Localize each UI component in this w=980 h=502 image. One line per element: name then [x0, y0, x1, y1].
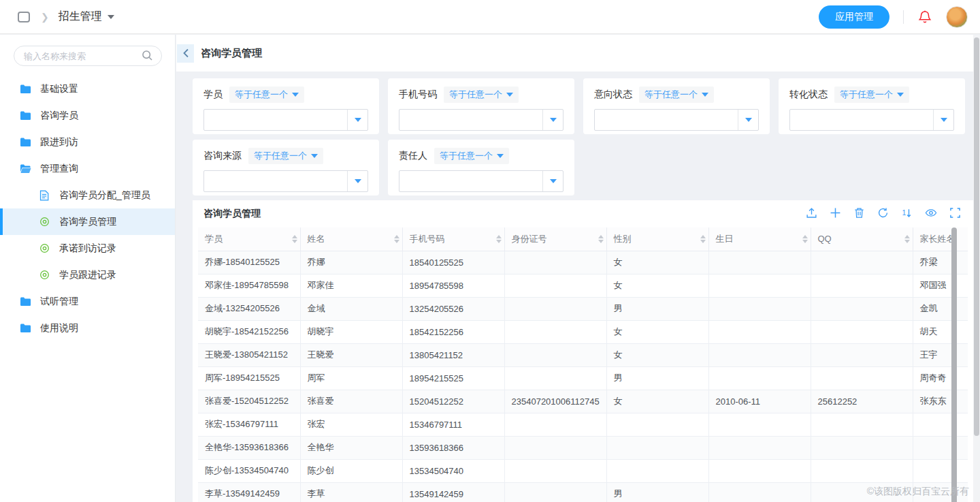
- sort-icon[interactable]: [496, 235, 502, 243]
- table-wrap: 学员姓名手机号码身份证号性别生日QQ家长姓名 乔娜-18540125525乔娜1…: [198, 228, 968, 502]
- notification-bell-icon[interactable]: [917, 10, 932, 25]
- filter-card: 咨询来源 等于任意一个: [193, 140, 379, 195]
- table-cell: 李草-13549142459: [198, 482, 300, 502]
- column-header[interactable]: 性别: [606, 228, 708, 251]
- table-row[interactable]: 全艳华-13593618366全艳华13593618366: [198, 436, 968, 459]
- filter-operator-dropdown[interactable]: 等于任意一个: [444, 87, 519, 103]
- table-cell: [504, 343, 606, 366]
- sort-icon[interactable]: [394, 235, 399, 243]
- column-header[interactable]: 家长姓名: [913, 228, 968, 251]
- table-cell: [811, 366, 913, 390]
- table-cell: 张宏-15346797111: [198, 413, 300, 436]
- column-header[interactable]: 身份证号: [504, 228, 606, 251]
- caret-down-icon: [355, 179, 361, 183]
- workspace-icon[interactable]: [18, 12, 30, 22]
- fullscreen-button[interactable]: [948, 206, 962, 222]
- table-cell: 王晓爱: [300, 343, 402, 366]
- back-button[interactable]: [177, 44, 194, 63]
- sidebar-item[interactable]: 咨询学员管理: [0, 208, 175, 235]
- table-cell: 13549142459: [402, 482, 504, 502]
- filter-value-select[interactable]: [203, 109, 368, 131]
- refresh-button[interactable]: [876, 206, 890, 222]
- add-button[interactable]: [828, 206, 843, 222]
- filter-operator-dropdown[interactable]: 等于任意一个: [834, 87, 909, 103]
- filter-value-select[interactable]: [789, 109, 954, 131]
- filter-card: 学员 等于任意一个: [193, 78, 379, 134]
- table-cell: [811, 343, 913, 366]
- column-header[interactable]: 姓名: [300, 228, 402, 251]
- table-row[interactable]: 金域-13254205526金域13254205526男金凯: [198, 297, 968, 320]
- caret-down-icon: [292, 93, 299, 97]
- table-cell: [708, 366, 811, 390]
- table-cell: [708, 297, 811, 320]
- table-cell: [811, 251, 913, 274]
- sort-button[interactable]: 1: [900, 206, 914, 222]
- sidebar-item[interactable]: 承诺到访记录: [0, 235, 175, 262]
- column-header-label: 身份证号: [512, 233, 547, 245]
- delete-button[interactable]: [852, 206, 866, 222]
- app-menu[interactable]: 招生管理: [59, 10, 114, 24]
- table-cell: [708, 343, 811, 366]
- select-arrow-zone[interactable]: [542, 110, 563, 130]
- sidebar-item[interactable]: 使用说明: [0, 315, 175, 341]
- search-icon[interactable]: [142, 50, 153, 63]
- sidebar-item[interactable]: 咨询学员: [0, 102, 175, 129]
- filter-operator-dropdown[interactable]: 等于任意一个: [229, 87, 304, 103]
- column-header[interactable]: 生日: [708, 228, 811, 251]
- filter-operator-dropdown[interactable]: 等于任意一个: [639, 87, 714, 103]
- table-row[interactable]: 王晓爱-13805421152王晓爱13805421152女王宇: [198, 343, 968, 366]
- table-row[interactable]: 李草-13549142459李草13549142459男: [198, 482, 968, 502]
- view-button[interactable]: [924, 206, 938, 222]
- folder-icon: [19, 137, 31, 147]
- table-cell: 18542152256: [402, 320, 504, 343]
- table-scrollbar[interactable]: [951, 228, 957, 502]
- select-arrow-zone[interactable]: [347, 171, 368, 191]
- filter-value-select[interactable]: [399, 109, 564, 131]
- table-row[interactable]: 乔娜-18540125525乔娜18540125525女乔梁: [198, 251, 968, 274]
- table-cell: [913, 436, 968, 459]
- sort-icon[interactable]: [292, 235, 297, 243]
- sort-icon[interactable]: [700, 235, 706, 243]
- sidebar-item[interactable]: 基础设置: [0, 76, 175, 102]
- filter-operator-dropdown[interactable]: 等于任意一个: [434, 148, 509, 164]
- table-row[interactable]: 张宏-15346797111张宏15346797111: [198, 413, 968, 436]
- table-cell: 乔梁: [913, 251, 968, 274]
- sidebar-item[interactable]: 试听管理: [0, 288, 175, 315]
- select-arrow-zone[interactable]: [738, 110, 758, 130]
- table-cell: [504, 297, 606, 320]
- table-row[interactable]: 邓家佳-18954785598邓家佳18954785598女邓国强: [198, 274, 968, 297]
- select-arrow-zone[interactable]: [933, 110, 953, 130]
- user-avatar[interactable]: [946, 6, 968, 28]
- filter-value-select[interactable]: [203, 170, 368, 192]
- export-button[interactable]: [804, 206, 819, 222]
- sort-icon[interactable]: [904, 235, 910, 243]
- sidebar-item[interactable]: 咨询学员分配_管理员: [0, 182, 175, 208]
- table-row[interactable]: 周军-18954215525周军18954215525男周奇奇: [198, 366, 968, 390]
- sort-icon[interactable]: [598, 235, 604, 243]
- search-input[interactable]: [14, 46, 162, 66]
- filter-card: 转化状态 等于任意一个: [779, 78, 965, 134]
- sidebar-item[interactable]: 管理查询: [0, 155, 175, 182]
- select-arrow-zone[interactable]: [347, 110, 368, 130]
- sidebar-search: [14, 46, 161, 66]
- svg-text:1: 1: [902, 208, 906, 217]
- column-header[interactable]: QQ: [811, 228, 913, 251]
- table-cell: [811, 459, 913, 482]
- column-header[interactable]: 学员: [198, 228, 300, 251]
- filter-value-select[interactable]: [594, 109, 759, 131]
- table-cell: 张喜爱-15204512252: [198, 390, 300, 413]
- table-row[interactable]: 胡晓宇-18542152256胡晓宇18542152256女胡天: [198, 320, 968, 343]
- app-manage-button[interactable]: 应用管理: [819, 5, 889, 29]
- table-cell: 13254205526: [402, 297, 504, 320]
- column-header[interactable]: 手机号码: [402, 228, 504, 251]
- filter-value-select[interactable]: [399, 170, 564, 192]
- sidebar-item[interactable]: 跟进到访: [0, 129, 175, 155]
- sidebar-item[interactable]: 学员跟进记录: [0, 262, 175, 288]
- table-row[interactable]: 陈少创-13534504740陈少创13534504740: [198, 459, 968, 482]
- folder-icon: [19, 84, 31, 94]
- filter-operator-dropdown[interactable]: 等于任意一个: [248, 148, 323, 164]
- table-row[interactable]: 张喜爱-15204512252张喜爱1520451225223540720100…: [198, 390, 968, 413]
- page-scrollbar-thumb[interactable]: [974, 37, 979, 436]
- select-arrow-zone[interactable]: [542, 171, 563, 191]
- sort-icon[interactable]: [802, 235, 808, 243]
